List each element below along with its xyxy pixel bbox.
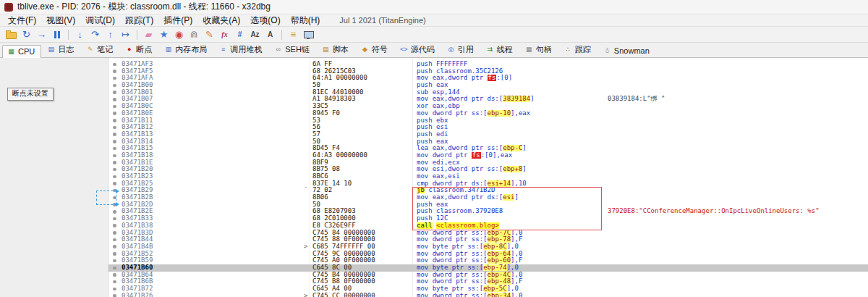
disasm-row[interactable]: 03471B208B75 08mov esi,dword ptr ss:[ebp…: [109, 166, 868, 173]
breakpoint-dot[interactable]: [109, 251, 122, 258]
menu-item[interactable]: 插件(P): [158, 14, 197, 27]
disasm-row[interactable]: 03471AFA64:A1 00000000mov eax,dword ptr …: [109, 75, 868, 82]
tab-trace[interactable]: ∴跟踪: [559, 42, 597, 57]
menu-item[interactable]: 视图(V): [41, 14, 80, 27]
paperclip-icon[interactable]: ⋒: [187, 28, 201, 41]
execute-till-return-icon[interactable]: ↑: [103, 28, 117, 41]
menu-item[interactable]: 帮助(H): [286, 14, 326, 27]
hash-icon[interactable]: #: [233, 28, 247, 41]
breakpoint-dot[interactable]: [109, 117, 122, 125]
tab-call-stack[interactable]: ≡调用堆栈: [214, 42, 268, 57]
tab-snowman[interactable]: ☃Snowman: [598, 44, 656, 57]
disasm-row[interactable]: 03471B1256push esi: [109, 124, 868, 131]
breakpoint-dot[interactable]: [109, 208, 122, 215]
breakpoint-dot[interactable]: [109, 138, 122, 146]
menu-item[interactable]: 选项(O): [245, 14, 285, 27]
tab-handles[interactable]: ▦句柄: [520, 42, 558, 57]
restart-icon[interactable]: ↻: [20, 28, 33, 41]
step-over-icon[interactable]: ↷: [88, 28, 102, 41]
disasm-row[interactable]: 03471B0050push eax: [109, 82, 868, 89]
tab-references[interactable]: ◎引用: [442, 42, 480, 57]
tab-symbols[interactable]: ◆符号: [356, 42, 394, 57]
disasm-row[interactable]: 03471B76>C745 CC 00000000mov dword ptr s…: [109, 293, 868, 297]
disasm-row[interactable]: 03471B25837E 14 10cmp dword ptr ds:[esi+…: [109, 180, 868, 188]
script-icon[interactable]: ≡: [286, 28, 300, 41]
breakpoint-dot[interactable]: [109, 166, 122, 173]
disasm-row[interactable]: 03471B0181EC 44010000sub esp,144: [109, 89, 868, 96]
tab-source[interactable]: <>源代码: [395, 42, 441, 57]
breakpoint-dot[interactable]: [109, 110, 122, 117]
disasm-row[interactable]: 03471B4B>C685 74FFFFFF 00mov byte ptr ss…: [109, 243, 868, 251]
tab-threads[interactable]: ⇉线程: [481, 42, 519, 57]
breakpoint-dot[interactable]: [109, 257, 122, 264]
breakpoint-dot[interactable]: [109, 152, 122, 159]
step-into-icon[interactable]: ↓: [73, 28, 87, 41]
breakpoint-dot[interactable]: [109, 103, 122, 110]
magic-wand-icon[interactable]: ★: [157, 28, 171, 41]
tab-notes[interactable]: ✎笔记: [81, 42, 119, 57]
breakpoint-dot[interactable]: [109, 145, 122, 152]
tab-log[interactable]: ▤日志: [42, 42, 80, 57]
tab-memory-map[interactable]: ▥内存布局: [159, 42, 213, 57]
tab-cpu[interactable]: ▦CPU: [2, 45, 41, 58]
menu-item[interactable]: 文件(F): [3, 14, 41, 27]
fx-icon[interactable]: fx: [218, 28, 231, 41]
disasm-row[interactable]: 03471B1450push eax: [109, 138, 868, 146]
breakpoint-dot[interactable]: [109, 264, 122, 272]
disasm-row[interactable]: 03471B44C745 88 0F000000mov dword ptr ss…: [109, 236, 868, 243]
disasm-row[interactable]: 03471B1E8BF9mov edi,ecx: [109, 159, 868, 167]
tab-script[interactable]: ▤脚本: [317, 42, 355, 57]
disasm-row[interactable]: 03471B60C645 8C 00mov byte ptr ss:[ebp-7…: [109, 264, 868, 272]
breakpoint-dot[interactable]: [109, 278, 122, 285]
breakpoint-dot[interactable]: [109, 159, 122, 167]
breakpoint-dot[interactable]: [109, 89, 122, 96]
tab-seh-chain[interactable]: ∞SEH链: [269, 42, 316, 57]
disasm-row[interactable]: 03471B72C645 A4 00mov byte ptr ss:[ebp-5…: [109, 285, 868, 293]
breakpoint-dot[interactable]: [109, 272, 122, 279]
pencil-icon[interactable]: ✎: [203, 28, 216, 41]
disasm-row[interactable]: 03471B1153push ebx: [109, 117, 868, 125]
disasm-row[interactable]: 03471B64C745 B4 00000000mov dword ptr ss…: [109, 272, 868, 279]
disasm-row[interactable]: 03471B07A1 84918303mov eax,dword ptr ds:…: [109, 96, 868, 103]
debuggee-monitor-icon[interactable]: [302, 28, 315, 41]
breakpoint-dot[interactable]: [109, 61, 122, 68]
breakpoint-dot[interactable]: [109, 293, 122, 297]
breakpoint-dot[interactable]: [109, 96, 122, 103]
run-to-user-code-icon[interactable]: ↦: [119, 28, 132, 41]
az-icon[interactable]: Az: [248, 28, 262, 41]
menu-item[interactable]: 调试(D): [80, 14, 120, 27]
pause-icon[interactable]: [50, 28, 64, 41]
disasm-row[interactable]: 03471B158D45 F4lea eax,dword ptr ss:[ebp…: [109, 145, 868, 152]
breakpoint-dot[interactable]: [109, 75, 122, 82]
disasm-row[interactable]: 03471B1864:A3 00000000mov dword ptr fs:[…: [109, 152, 868, 159]
disasm-row[interactable]: 03471B0E8945 F0mov dword ptr ss:[ebp-10]…: [109, 110, 868, 117]
assemble-icon[interactable]: A: [263, 28, 277, 41]
tab-breakpoints[interactable]: ●断点: [120, 42, 158, 57]
breakpoint-dot[interactable]: [109, 243, 122, 251]
breakpoint-dot[interactable]: [109, 173, 122, 180]
run-icon[interactable]: →: [35, 28, 48, 41]
breakpoint-dot[interactable]: [109, 230, 122, 237]
disasm-row[interactable]: 03471AF568 26215C03push classroom.35C212…: [109, 68, 868, 75]
breakpoint-dot[interactable]: [109, 131, 122, 138]
eraser-icon[interactable]: ▰: [142, 28, 156, 41]
breakpoint-dot[interactable]: [109, 215, 122, 222]
menu-item[interactable]: 收藏夹(A): [197, 14, 245, 27]
disasm-row[interactable]: 03471B0C33C5xor eax,ebp: [109, 103, 868, 110]
breakpoint-dot[interactable]: [109, 285, 122, 293]
breakpoint-dot[interactable]: [109, 68, 122, 75]
disasm-row[interactable]: 03471B52C745 9C 00000000mov dword ptr ss…: [109, 251, 868, 258]
disasm-row[interactable]: 03471B6BC745 B8 0F000000mov dword ptr ss…: [109, 278, 868, 285]
breakpoint-dot[interactable]: [109, 180, 122, 188]
disasm-row[interactable]: 03471AF36A FFpush FFFFFFFF: [109, 61, 868, 68]
breakpoint-dot[interactable]: [109, 236, 122, 243]
breakpoint-dot[interactable]: [109, 82, 122, 89]
award-ribbon-icon[interactable]: ◉: [172, 28, 186, 41]
open-file-icon[interactable]: [4, 28, 18, 41]
breakpoint-dot[interactable]: [109, 222, 122, 230]
breakpoint-dot[interactable]: [109, 124, 122, 131]
disasm-row[interactable]: 03471B238BC6mov eax,esi: [109, 173, 868, 180]
disasm-row[interactable]: 03471B59C745 A0 0F000000mov dword ptr ss…: [109, 257, 868, 264]
menu-item[interactable]: 跟踪(T): [120, 14, 158, 27]
disasm-row[interactable]: 03471B1357push edi: [109, 131, 868, 138]
